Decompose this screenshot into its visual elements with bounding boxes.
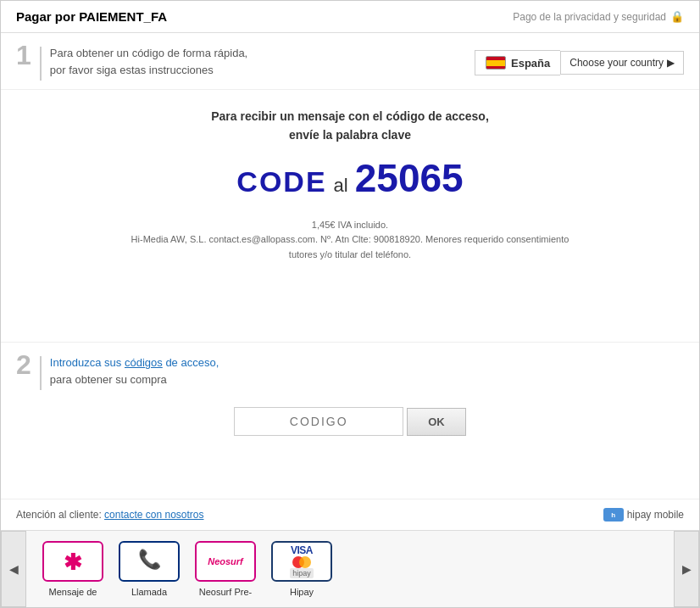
step2-line1: Introduzca sus códigos de acceso, [50,354,219,371]
choose-country-button[interactable]: Choose your country ▶ [560,51,684,75]
step2-row: 2 Introduzca sus códigos de acceso, para… [1,342,699,399]
step2-line2: para obtener su compra [50,371,219,388]
country-flag-button[interactable]: España [475,50,560,75]
codigo-input[interactable] [234,407,403,436]
payment-method-neosurf[interactable]: Neosurf Neosurf Pre- [192,541,259,597]
spacer [1,453,699,499]
hipay-icon: h [603,508,624,522]
svg-text:✱: ✱ [64,549,82,575]
visa-icon-box: VISA hipay [271,541,332,582]
header-security: Pago de la privacidad y seguridad 🔒 [513,10,684,23]
step1-number: 1 [16,42,31,69]
step1-row: 1 Para obtener un código de forma rápida… [1,33,699,90]
contact-link[interactable]: contacte con nosotros [104,509,203,521]
step1-text-line1: Para obtener un código de forma rápida, [50,45,247,62]
legal-line1: 1,45€ IVA incluido. [121,218,579,233]
payment-method-sms[interactable]: ✱ Mensaje de [39,541,107,597]
payment-methods-list: ✱ Mensaje de 📞 Llamada [26,533,674,605]
payment-method-phone[interactable]: 📞 Llamada [115,541,183,597]
visa-icon: VISA hipay [290,544,314,578]
instruction-line1: Para recibir un mensaje con el código de… [26,107,674,126]
sms-icon-box: ✱ [42,541,103,582]
sms-label: Mensaje de [49,587,97,597]
chevron-right-icon: ▶ [667,57,675,69]
security-text: Pago de la privacidad y seguridad [513,11,666,23]
mc-circles [292,556,311,568]
lock-icon: 🔒 [670,10,684,23]
mc-yellow-circle [299,556,311,568]
main-container: Pagar por PAIEMENT_FA Pago de la privaci… [0,0,700,608]
code-display: CODE al 25065 [26,155,674,201]
sms-icon: ✱ [58,546,88,577]
ok-button[interactable]: OK [407,408,466,436]
footer-main: Atención al cliente: contacte con nosotr… [1,499,699,530]
legal-line3: tutores y/o titular del teléfono. [121,248,579,263]
hipay-label: hipay mobile [627,509,684,521]
instruction-text: Para recibir un mensaje con el código de… [26,107,674,145]
payment-method-visa[interactable]: VISA hipay Hipay [268,541,336,597]
step2-text: Introduzca sus códigos de acceso, para o… [50,354,219,388]
header-title-prefix: Pagar por [16,9,79,24]
code-input-row: OK [1,399,699,453]
hipay-small: hipay [290,568,314,578]
country-selector: España Choose your country ▶ [475,50,684,75]
step1-text-line2: por favor siga estas instrucciones [50,62,247,79]
step1-divider [40,47,42,81]
neosurf-label: Neosurf Pre- [199,587,252,597]
header-title: Pagar por PAIEMENT_FA [16,9,167,24]
phone-icon-box: 📞 [119,541,180,582]
code-number: 25065 [355,155,464,201]
next-arrow[interactable]: ▶ [674,531,699,607]
legal-line2: Hi-Media AW, S.L. contact.es@allopass.co… [121,232,579,248]
header-brand: PAIEMENT_FA [79,9,167,24]
customer-service-label: Atención al cliente: [16,509,102,521]
flag-spain-icon [486,56,506,70]
main-content: Para recibir un mensaje con el código de… [1,90,699,342]
step2-highlight: Introduzca sus códigos de acceso, [50,356,219,369]
step1-text: Para obtener un código de forma rápida, … [50,45,247,78]
neosurf-icon-box: Neosurf [195,541,256,582]
country-name: España [511,57,550,70]
choose-country-label: Choose your country [569,57,664,69]
prev-arrow[interactable]: ◀ [1,531,26,607]
svg-text:📞: 📞 [138,548,162,571]
step2-number: 2 [16,351,31,378]
instruction-line2: envíe la palabra clave [26,126,674,144]
customer-service: Atención al cliente: contacte con nosotr… [16,509,203,521]
legal-text: 1,45€ IVA incluido. Hi-Media AW, S.L. co… [121,218,579,263]
phone-icon: 📞 [136,545,163,577]
payment-bar: ◀ ✱ Mensaje de 📞 [1,530,699,607]
neosurf-icon: Neosurf [208,556,243,566]
phone-label: Llamada [131,587,167,597]
visa-text: VISA [291,544,313,556]
header: Pagar por PAIEMENT_FA Pago de la privaci… [1,1,699,33]
step2-divider [40,356,42,390]
code-word: CODE [236,165,326,198]
code-separator: al [334,175,348,197]
step1-left: 1 Para obtener un código de forma rápida… [16,45,247,81]
visa-label: Hipay [290,587,314,597]
hipay-logo: h hipay mobile [603,508,684,522]
